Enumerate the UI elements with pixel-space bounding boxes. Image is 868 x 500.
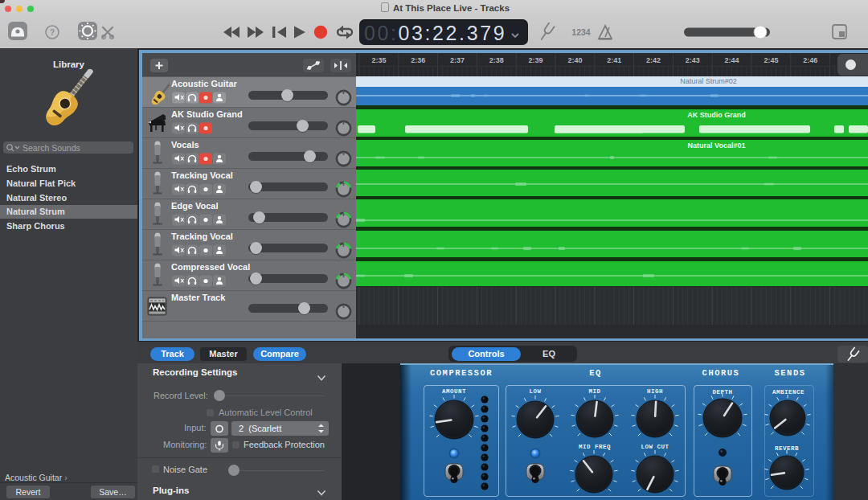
- svg-text:2:46: 2:46: [803, 56, 817, 64]
- svg-text:?: ?: [50, 28, 55, 37]
- svg-text:2:37: 2:37: [450, 56, 465, 64]
- svg-text:2:42: 2:42: [646, 56, 661, 64]
- svg-text:2:45: 2:45: [764, 56, 778, 64]
- svg-text:2:44: 2:44: [725, 56, 739, 64]
- svg-text:2:38: 2:38: [489, 56, 504, 64]
- svg-text:2:36: 2:36: [411, 56, 425, 64]
- svg-text:2:35: 2:35: [371, 56, 386, 64]
- svg-text:2:41: 2:41: [607, 56, 621, 64]
- svg-text:2:39: 2:39: [529, 56, 543, 64]
- svg-text:1234: 1234: [571, 27, 591, 37]
- svg-text:2:40: 2:40: [567, 56, 582, 64]
- svg-text:2:43: 2:43: [686, 56, 700, 64]
